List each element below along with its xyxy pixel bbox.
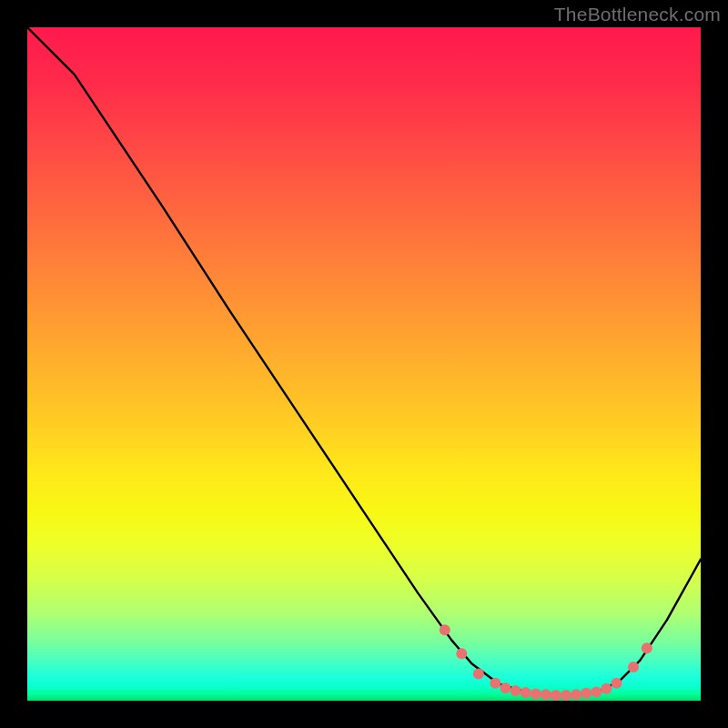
- curve-marker: [591, 686, 602, 697]
- attribution-label: TheBottleneck.com: [554, 4, 721, 25]
- curve-marker: [561, 690, 571, 701]
- curve-marker: [511, 685, 521, 696]
- curve-marker: [601, 683, 612, 694]
- curve-marker: [612, 678, 622, 689]
- curve-marker: [581, 688, 592, 699]
- curve-marker: [571, 689, 581, 700]
- bottleneck-curve: [27, 27, 701, 695]
- curve-marker: [551, 690, 561, 701]
- curve-marker: [500, 682, 511, 693]
- curve-marker: [628, 662, 639, 672]
- curve-marker: [440, 624, 450, 635]
- curve-svg: [27, 27, 701, 701]
- curve-marker: [541, 689, 551, 700]
- curve-marker: [642, 642, 652, 653]
- plot-area: [27, 27, 701, 701]
- curve-marker: [473, 668, 484, 679]
- curve-marker: [490, 678, 500, 689]
- curve-marker: [521, 687, 531, 698]
- curve-marker: [531, 689, 541, 700]
- curve-marker: [456, 648, 467, 659]
- chart-container: TheBottleneck.com: [0, 0, 728, 728]
